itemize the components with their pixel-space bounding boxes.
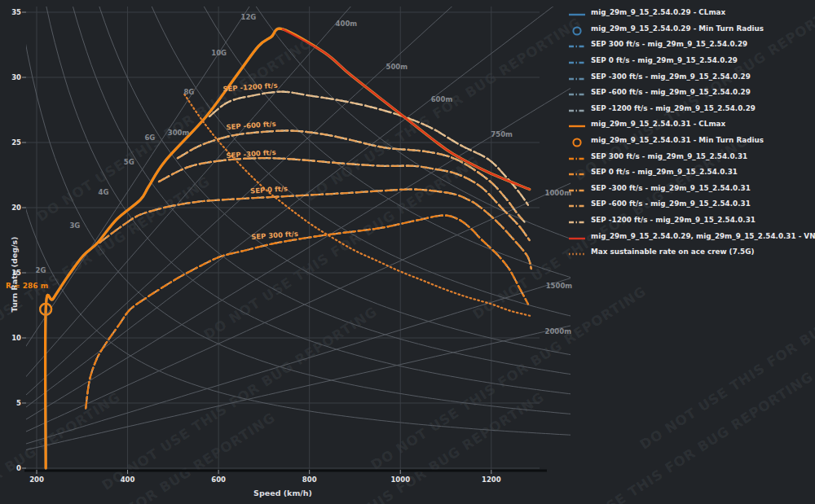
- legend-dashdot-swatch: [568, 87, 586, 97]
- legend-circle-swatch: [568, 135, 586, 145]
- legend-item-label: SEP 0 ft/s - mig_29m_9_15_2.54.0.31: [591, 168, 738, 176]
- legend-item: mig_29m_9_15_2.54.0.29 - CLmax: [568, 7, 815, 18]
- y-tick-label: 30: [11, 73, 21, 81]
- radius-line-600m: [14, 0, 596, 416]
- turn-radius-label: 2000m: [545, 327, 572, 335]
- em-diagram-figure: DO NOT USE THIS FOR BUG REPORTINGDO NOT …: [0, 0, 815, 504]
- legend-item: SEP -600 ft/s - mig_29m_9_15_2.54.0.29: [568, 87, 815, 98]
- turn-radius-label: 400m: [336, 20, 358, 28]
- legend-item-label: SEP -300 ft/s - mig_29m_9_15_2.54.0.31: [591, 184, 751, 192]
- legend-item: Max sustainable rate on ace crew (7.5G): [568, 247, 815, 257]
- y-tick-label: 20: [11, 204, 21, 212]
- g-load-label: 4G: [99, 188, 109, 196]
- y-tick-label: 5: [16, 399, 21, 407]
- legend-item: mig_29m_9_15_2.54.0.29, mig_29m_9_15_2.5…: [568, 230, 815, 241]
- legend-dashdot-swatch: [568, 183, 586, 193]
- tick-marks: [22, 12, 491, 474]
- g-load-line-8g: [137, 0, 596, 322]
- series-sep-0-ft-s-mig-29m-9-15-2-54-0-31: [99, 189, 531, 269]
- y-tick-label: 25: [11, 138, 21, 147]
- x-axis-title: Speed (km/h): [253, 489, 312, 497]
- legend-item-label: mig_29m_9_15_2.54.0.31 - CLmax: [591, 120, 725, 128]
- series-sep-0-ft-s-mig-29m-9-15-2-54-0-29: [99, 189, 531, 269]
- legend-item: SEP 0 ft/s - mig_29m_9_15_2.54.0.29: [568, 55, 815, 66]
- legend-dashdot-swatch: [568, 39, 586, 49]
- g-load-label: 5G: [124, 158, 134, 166]
- turn-radius-label: 600m: [431, 95, 453, 103]
- legend-dashdot-swatch: [568, 199, 586, 208]
- legend-item: SEP -300 ft/s - mig_29m_9_15_2.54.0.29: [568, 71, 815, 81]
- legend-item: SEP -1200 ft/s - mig_29m_9_15_2.54.0.29: [568, 103, 815, 114]
- turn-radius-label: 500m: [385, 63, 408, 71]
- legend-item-label: SEP 0 ft/s - mig_29m_9_15_2.54.0.29: [591, 56, 738, 64]
- legend-item: SEP 0 ft/s - mig_29m_9_15_2.54.0.31: [568, 167, 815, 177]
- legend-item: mig_29m_9_15_2.54.0.31 - Min Turn Radius: [568, 135, 815, 146]
- g-load-label: 8G: [183, 88, 194, 96]
- g-load-line-2g: [14, 164, 596, 436]
- legend-item-label: mig_29m_9_15_2.54.0.29 - Min Turn Radius: [591, 24, 764, 33]
- legend-dotted-swatch: [568, 247, 586, 256]
- legend-item-label: SEP 300 ft/s - mig_29m_9_15_2.54.0.29: [591, 40, 747, 48]
- y-tick-label: 35: [11, 8, 21, 16]
- radius-line-1500m: [14, 270, 596, 447]
- legend-item: SEP 300 ft/s - mig_29m_9_15_2.54.0.31: [568, 151, 815, 161]
- legend-item: SEP -600 ft/s - mig_29m_9_15_2.54.0.31: [568, 199, 815, 209]
- g-load-label: 2G: [36, 266, 46, 274]
- g-load-label: 6G: [144, 134, 155, 142]
- legend-dashdot-swatch: [568, 72, 586, 81]
- min-turn-radius-label: R = 286 m: [6, 282, 48, 290]
- legend-item-label: SEP -600 ft/s - mig_29m_9_15_2.54.0.29: [591, 88, 751, 96]
- legend-item-label: SEP -1200 ft/s - mig_29m_9_15_2.54.0.29: [591, 104, 756, 112]
- radius-line-2000m: [14, 320, 596, 453]
- legend-item-label: SEP 300 ft/s - mig_29m_9_15_2.54.0.31: [591, 152, 747, 160]
- legend: mig_29m_9_15_2.54.0.29 - CLmax mig_29m_9…: [568, 7, 815, 257]
- turn-radius-label: 300m: [168, 129, 190, 137]
- x-tick-label: 1200: [482, 476, 501, 484]
- y-tick-label: 10: [11, 334, 21, 342]
- g-load-label: 3G: [69, 221, 80, 230]
- legend-line-swatch: [568, 7, 586, 17]
- x-tick-label: 1000: [390, 476, 410, 484]
- legend-item-label: mig_29m_9_15_2.54.0.29 - CLmax: [591, 8, 725, 16]
- radius-line-500m: [14, 0, 487, 406]
- legend-item-label: SEP -1200 ft/s - mig_29m_9_15_2.54.0.31: [591, 216, 756, 224]
- legend-item: SEP -1200 ft/s - mig_29m_9_15_2.54.0.31: [568, 215, 815, 226]
- legend-line-swatch: [568, 231, 586, 241]
- y-axis-title: Turn Rate (deg/s): [10, 237, 19, 313]
- legend-dashdot-swatch: [568, 167, 586, 177]
- turn-radius-label: 750m: [491, 130, 513, 138]
- g-load-label: 10G: [211, 49, 227, 57]
- legend-item-label: SEP -300 ft/s - mig_29m_9_15_2.54.0.29: [591, 72, 751, 81]
- legend-dashdot-swatch: [568, 151, 586, 161]
- legend-item-label: Max sustainable rate on ace crew (7.5G): [591, 248, 754, 256]
- legend-item: SEP -300 ft/s - mig_29m_9_15_2.54.0.31: [568, 183, 815, 194]
- legend-item: mig_29m_9_15_2.54.0.31 - CLmax: [568, 119, 815, 129]
- legend-item: mig_29m_9_15_2.54.0.29 - Min Turn Radius: [568, 24, 815, 34]
- turn-radius-label: 1500m: [546, 282, 573, 290]
- legend-item-label: mig_29m_9_15_2.54.0.29, mig_29m_9_15_2.5…: [591, 232, 815, 240]
- x-tick-label: 600: [211, 476, 226, 484]
- legend-item: SEP 300 ft/s - mig_29m_9_15_2.54.0.29: [568, 39, 815, 50]
- g-load-line-4g: [42, 0, 597, 397]
- x-axis-spine: [24, 470, 547, 472]
- doghouse-construction-lines: [14, 0, 596, 453]
- legend-item-label: mig_29m_9_15_2.54.0.31 - Min Turn Radius: [591, 136, 764, 144]
- legend-circle-swatch: [568, 24, 586, 33]
- x-tick-label: 400: [121, 476, 135, 484]
- legend-item-label: SEP -600 ft/s - mig_29m_9_15_2.54.0.31: [591, 199, 751, 208]
- legend-dashdot-swatch: [568, 103, 586, 113]
- series-underlay: [99, 189, 531, 269]
- g-load-label: 12G: [241, 13, 257, 21]
- legend-dashdot-swatch: [568, 55, 586, 65]
- x-tick-label: 200: [29, 476, 44, 484]
- y-tick-label: 0: [16, 464, 21, 472]
- legend-line-swatch: [568, 119, 586, 129]
- x-tick-label: 800: [302, 476, 317, 484]
- legend-dashdot-swatch: [568, 215, 586, 225]
